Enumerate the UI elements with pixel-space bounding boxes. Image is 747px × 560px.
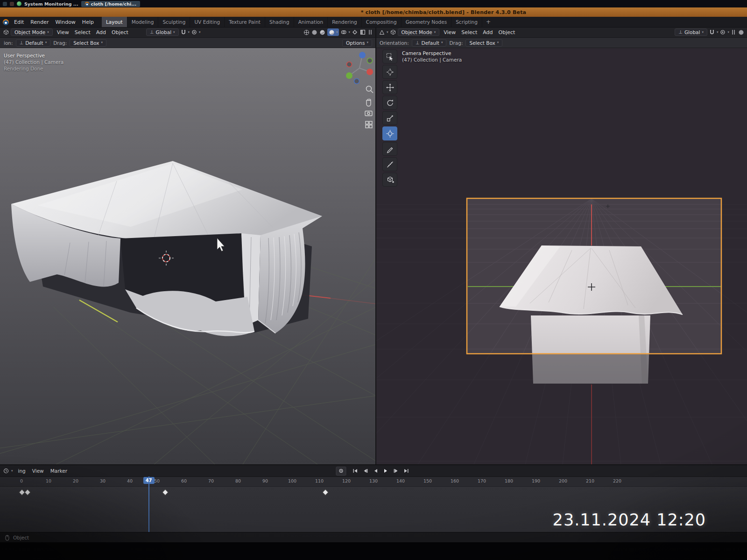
jump-to-end-button[interactable] xyxy=(402,467,411,475)
workspace-tab[interactable]: Shading xyxy=(265,17,294,27)
proportional-editing-icon[interactable] xyxy=(191,29,197,35)
window-titlebar[interactable]: * cloth [/home/chimba/cloth.blend] - Ble… xyxy=(0,7,747,17)
timeline-menu-item[interactable]: ing xyxy=(15,467,29,475)
viewport-menu-item[interactable]: Select xyxy=(72,28,93,36)
keyframe-diamond[interactable] xyxy=(322,489,329,496)
workspace-tab[interactable]: Layout xyxy=(102,17,127,27)
tool-annotate-button[interactable] xyxy=(382,142,397,156)
app-icon[interactable] xyxy=(10,2,14,6)
chevron-down-icon[interactable]: ▾ xyxy=(727,31,729,34)
viewport-right[interactable]: ▾ Object Mode▾ ViewSelectAddObject ⊥Glob… xyxy=(376,27,747,464)
chevron-down-icon[interactable]: ▾ xyxy=(348,31,350,34)
gizmos-icon[interactable] xyxy=(352,29,358,35)
snap-magnet-icon[interactable] xyxy=(709,29,715,35)
drag-mode-dropdown[interactable]: Select Box▾ xyxy=(70,39,106,47)
timeline-editor-icon[interactable] xyxy=(3,468,9,474)
auto-key-record-button[interactable] xyxy=(336,467,346,476)
header-pause-icon[interactable] xyxy=(369,30,372,35)
mode-dropdown[interactable]: Object Mode▾ xyxy=(11,28,53,36)
orientation-dropdown[interactable]: ⊥Global▾ xyxy=(146,28,179,36)
editor-type-icon[interactable] xyxy=(379,29,385,35)
shading-rendered-button[interactable]: ▾ xyxy=(327,28,339,36)
shading-wireframe-icon[interactable] xyxy=(303,29,310,35)
shading-solid-icon[interactable] xyxy=(738,29,744,35)
transform-orientation-dropdown[interactable]: ⊥Default▾ xyxy=(412,39,447,47)
workspace-tab[interactable]: Geometry Nodes xyxy=(402,17,452,27)
menu-item[interactable]: Render xyxy=(27,18,52,26)
viewport-menu-item[interactable]: View xyxy=(441,28,458,36)
drag-value: Select Box xyxy=(73,40,99,46)
frame-label: 200 xyxy=(559,478,567,483)
current-frame-indicator[interactable]: 47 xyxy=(143,477,155,484)
viewport-left-scene[interactable] xyxy=(0,27,376,464)
tool-scale-button[interactable] xyxy=(382,111,397,125)
prev-keyframe-button[interactable] xyxy=(361,467,370,475)
header-pause-icon[interactable] xyxy=(732,30,735,35)
menu-item[interactable]: Window xyxy=(52,18,78,26)
viewport-menu-item[interactable]: Add xyxy=(93,28,109,36)
frame-label: 80 xyxy=(235,478,241,483)
chevron-down-icon: ▾ xyxy=(366,41,368,44)
workspace-tab[interactable]: UV Editing xyxy=(190,17,225,27)
tool-rotate-button[interactable] xyxy=(382,96,397,110)
jump-to-start-button[interactable] xyxy=(351,467,360,475)
timeline-menu-item[interactable]: View xyxy=(29,467,47,475)
snap-magnet-icon[interactable] xyxy=(180,29,187,35)
viewport-menu-item[interactable]: View xyxy=(54,28,72,36)
overlays-icon[interactable] xyxy=(340,29,347,35)
viewport-right-scene[interactable] xyxy=(376,27,747,464)
keyframe-diamond[interactable] xyxy=(24,489,31,496)
chevron-down-icon[interactable]: ▾ xyxy=(188,31,190,34)
chevron-down-icon[interactable]: ▾ xyxy=(717,31,719,34)
frame-label: 220 xyxy=(613,478,621,483)
viewport-menu-item[interactable]: Object xyxy=(496,28,518,36)
tool-cursor-button[interactable] xyxy=(382,65,397,79)
tool-add-cube-button[interactable] xyxy=(382,173,397,187)
timeline-keyframes[interactable] xyxy=(0,487,747,533)
add-workspace-button[interactable]: + xyxy=(482,19,494,25)
frame-label: 160 xyxy=(451,478,459,483)
menu-item[interactable]: Edit xyxy=(11,18,27,26)
timeline[interactable]: ▾ ingViewMarker 010203040506070809010011… xyxy=(0,464,747,533)
workspace-tab[interactable]: Rendering xyxy=(328,17,362,27)
transform-orientation-dropdown[interactable]: ⊥Default▾ xyxy=(16,39,51,47)
timeline-menu-item[interactable]: Marker xyxy=(47,467,70,475)
workspace-tab[interactable]: Modeling xyxy=(127,17,159,27)
menu-item[interactable]: Help xyxy=(79,18,97,26)
mode-dropdown[interactable]: Object Mode▾ xyxy=(398,28,440,36)
next-keyframe-button[interactable] xyxy=(392,467,401,475)
taskbar-item-system-monitoring[interactable]: System Monitoring ... xyxy=(24,1,78,7)
options-dropdown[interactable]: Options▾ xyxy=(342,39,372,47)
viewport-right-toolsettings: Orientation: ⊥Default▾ Drag: Select Box▾ xyxy=(376,38,747,48)
viewport-divider[interactable] xyxy=(375,27,376,464)
viewport-menu-item[interactable]: Object xyxy=(109,28,131,36)
app-icon[interactable] xyxy=(3,2,7,6)
workspace-tab[interactable]: Compositing xyxy=(362,17,402,27)
system-monitor-icon[interactable] xyxy=(17,1,21,6)
shading-solid-icon[interactable] xyxy=(311,29,318,35)
workspace-tab[interactable]: Sculpting xyxy=(158,17,190,27)
viewport-menu-item[interactable]: Select xyxy=(458,28,480,36)
chevron-down-icon[interactable]: ▾ xyxy=(199,31,201,34)
taskbar-item-blender[interactable]: cloth [/home/chi... xyxy=(81,1,140,7)
workspace-tab[interactable]: Texture Paint xyxy=(225,17,265,27)
xray-icon[interactable] xyxy=(359,29,366,35)
tool-select-box-button[interactable] xyxy=(382,49,397,63)
viewport-menu-item[interactable]: Add xyxy=(480,28,495,36)
play-button[interactable] xyxy=(381,467,391,475)
playhead-line[interactable] xyxy=(148,476,149,533)
tool-measure-button[interactable] xyxy=(382,157,397,171)
workspace-tab[interactable]: Scripting xyxy=(451,17,482,27)
orientation-dropdown[interactable]: ⊥Global▾ xyxy=(675,28,707,36)
drag-mode-dropdown[interactable]: Select Box▾ xyxy=(465,39,502,47)
proportional-editing-icon[interactable] xyxy=(719,29,726,35)
workspace-tab[interactable]: Animation xyxy=(294,17,328,27)
timeline-ruler[interactable]: 0102030405060708090100110120130140150160… xyxy=(0,477,747,487)
blender-logo-icon[interactable] xyxy=(3,19,9,25)
shading-material-icon[interactable] xyxy=(319,29,326,35)
tool-move-button[interactable] xyxy=(382,80,397,94)
keyframe-diamond[interactable] xyxy=(162,489,169,496)
play-reverse-button[interactable] xyxy=(371,467,381,475)
tool-transform-button[interactable] xyxy=(382,126,397,140)
viewport-left[interactable]: Object Mode▾ ViewSelectAddObject ⊥Global… xyxy=(0,27,376,464)
